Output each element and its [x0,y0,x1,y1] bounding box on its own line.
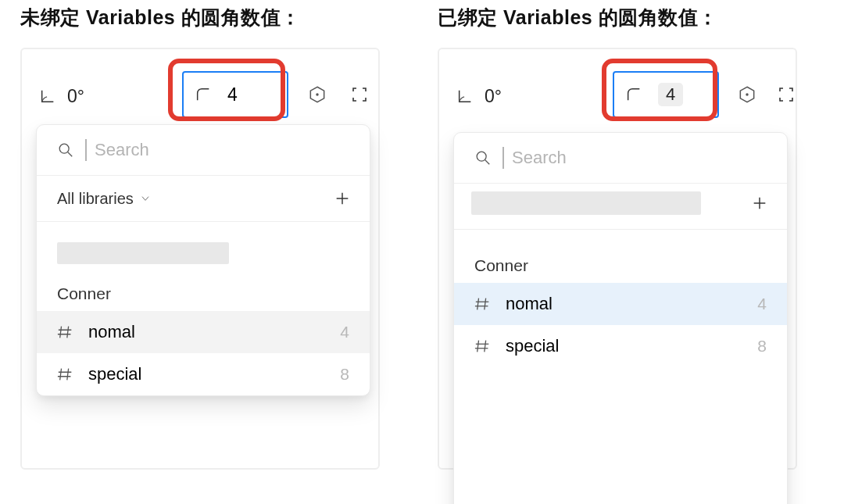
svg-line-6 [67,327,69,338]
search-icon [57,141,74,159]
number-icon [474,295,492,313]
collection-label: Conner [37,267,370,311]
svg-point-14 [477,152,486,161]
rotation-field[interactable]: 0° [39,86,84,107]
plus-icon [334,190,351,207]
variable-name: special [506,336,559,356]
corner-radius-icon [195,86,212,103]
svg-point-1 [59,144,69,153]
variable-picker-button[interactable] [730,77,764,112]
variable-value: 8 [340,365,349,384]
search-row [454,133,787,184]
variable-value: 8 [757,337,767,356]
corner-radius-value-chip: 4 [658,83,683,106]
number-icon [57,366,74,383]
corner-radius-field[interactable]: 4 [182,71,288,118]
corner-radius-value: 4 [227,84,238,105]
svg-point-13 [746,93,748,95]
number-icon [57,323,74,341]
independent-corners-button[interactable] [342,77,377,112]
angle-icon [456,88,474,105]
variable-item-nomal[interactable]: nomal 4 [37,311,370,353]
text-caret [85,139,87,161]
add-library-button[interactable] [749,193,770,213]
chevron-down-icon [140,193,151,204]
search-icon [474,149,492,166]
svg-line-15 [485,160,490,165]
corner-radius-icon [625,86,642,103]
placeholder-block [57,242,229,264]
svg-line-18 [477,298,479,310]
rotation-value: 0° [67,86,84,107]
right-heading: 已绑定 Variables 的圆角数值： [438,5,824,30]
independent-corners-button[interactable] [769,77,803,112]
svg-line-22 [477,341,479,352]
rotation-field[interactable]: 0° [456,86,502,107]
variable-item-special[interactable]: special 8 [37,353,370,395]
angle-icon [39,88,56,105]
search-row [37,125,370,176]
svg-line-2 [68,152,73,157]
plus-icon [751,195,768,212]
svg-line-5 [60,327,62,338]
hexagon-icon [307,84,327,105]
libraries-dropdown[interactable]: All libraries [57,190,151,208]
libraries-label: All libraries [57,190,134,208]
variable-value: 4 [340,323,349,341]
svg-line-9 [60,369,62,381]
svg-point-0 [316,93,318,95]
libraries-row: All libraries [37,176,370,222]
number-icon [474,338,492,355]
variable-name: special [88,364,141,384]
variable-name: nomal [506,294,553,314]
collection-label: Conner [454,230,787,283]
placeholder-block [471,191,701,215]
libraries-row [454,184,787,230]
variable-item-nomal[interactable]: nomal 4 [454,283,787,325]
text-caret [502,147,504,169]
variable-name: nomal [88,322,135,342]
svg-line-10 [67,369,69,381]
independent-corners-icon [777,85,796,104]
right-panel: 0° 4 [438,48,797,470]
independent-corners-icon [350,85,369,104]
variable-popover: Conner nomal 4 [453,132,788,504]
variable-picker-button[interactable] [300,77,334,112]
add-library-button[interactable] [332,188,352,209]
svg-line-23 [485,341,486,352]
left-heading: 未绑定 Variables 的圆角数值： [20,5,406,30]
variable-value: 4 [757,295,767,313]
variable-search-input[interactable] [510,147,767,169]
svg-line-19 [485,298,486,310]
variable-popover: All libraries Conner [36,124,370,396]
variable-item-special[interactable]: special 8 [454,325,787,367]
recent-placeholder [37,222,370,267]
variable-search-input[interactable] [93,139,349,161]
rotation-value: 0° [485,86,502,107]
corner-radius-field[interactable]: 4 [613,71,719,118]
left-panel: 0° 4 [20,48,380,470]
hexagon-icon [737,84,757,105]
